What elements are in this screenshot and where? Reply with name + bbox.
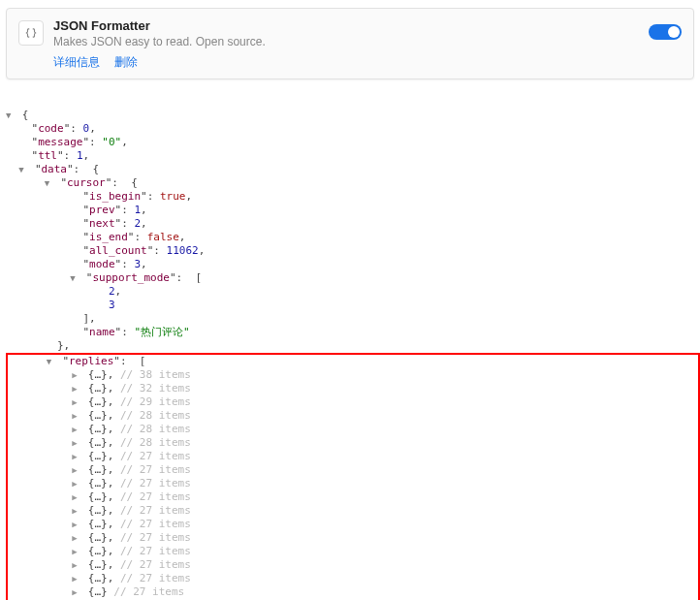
expand-icon[interactable] (72, 463, 81, 477)
enable-toggle[interactable] (649, 24, 682, 40)
expand-icon[interactable] (72, 504, 81, 518)
key-support-mode: support_mode (92, 271, 169, 284)
reply-row: {…}, // 28 items (8, 436, 698, 450)
reply-row: {…}, // 27 items (8, 463, 698, 477)
collapsed-object[interactable]: {…} (88, 518, 108, 530)
collapsed-object[interactable]: {…} (88, 450, 108, 462)
collapsed-object[interactable]: {…} (88, 504, 108, 517)
item-count-comment: // 27 items (120, 518, 191, 530)
reply-row: {…}, // 29 items (8, 395, 698, 409)
collapsed-object[interactable]: {…} (88, 382, 108, 395)
val-name: "热门评论" (134, 326, 189, 338)
item-count-comment: // 27 items (120, 531, 191, 544)
item-count-comment: // 27 items (120, 572, 191, 584)
expand-icon[interactable] (72, 558, 81, 572)
reply-row: {…}, // 28 items (8, 423, 698, 436)
expand-icon[interactable] (72, 395, 81, 409)
collapse-icon[interactable] (70, 271, 80, 285)
collapsed-object[interactable]: {…} (88, 585, 108, 598)
reply-row: {…}, // 27 items (8, 531, 698, 545)
val-ttl: 1 (77, 149, 83, 162)
expand-icon[interactable] (72, 585, 81, 599)
key-is-end: is_end (89, 231, 128, 243)
reply-row: {…}, // 27 items (8, 504, 698, 518)
reply-row: {…}, // 32 items (8, 382, 698, 395)
key-message: message (38, 136, 82, 148)
reply-row: {…}, // 27 items (8, 545, 698, 558)
collapsed-object[interactable]: {…} (88, 545, 108, 557)
reply-row: {…}, // 28 items (8, 409, 698, 423)
collapsed-object[interactable]: {…} (88, 436, 108, 449)
key-is-begin: is_begin (89, 190, 141, 203)
collapse-icon[interactable] (18, 163, 28, 176)
extension-body: JSON Formatter Makes JSON easy to read. … (53, 18, 649, 71)
item-count-comment: // 28 items (120, 436, 191, 449)
item-count-comment: // 27 items (113, 585, 184, 598)
collapsed-object[interactable]: {…} (88, 368, 108, 381)
expand-icon[interactable] (72, 436, 81, 450)
item-count-comment: // 27 items (120, 450, 191, 462)
reply-row: {…}, // 27 items (8, 558, 698, 572)
reply-row: {…}, // 27 items (8, 477, 698, 490)
item-count-comment: // 27 items (120, 463, 191, 476)
item-count-comment: // 28 items (120, 409, 191, 422)
key-mode: mode (89, 258, 115, 270)
expand-icon[interactable] (72, 490, 81, 504)
collapsed-object[interactable]: {…} (88, 423, 108, 435)
expand-icon[interactable] (72, 409, 81, 423)
collapsed-object[interactable]: {…} (88, 572, 108, 584)
collapse-icon[interactable] (47, 355, 56, 368)
key-data: data (42, 163, 68, 175)
extension-card: JSON Formatter Makes JSON easy to read. … (6, 8, 694, 79)
collapsed-object[interactable]: {…} (88, 477, 108, 489)
key-all-count: all_count (89, 244, 147, 257)
item-count-comment: // 28 items (120, 423, 191, 435)
replies-highlight: "replies": [ {…}, // 38 items {…}, // 32… (6, 353, 700, 600)
key-prev: prev (89, 204, 115, 216)
key-cursor: cursor (67, 176, 106, 189)
collapsed-object[interactable]: {…} (88, 531, 108, 544)
collapsed-object[interactable]: {…} (88, 395, 108, 408)
key-name: name (89, 326, 115, 338)
details-link[interactable]: 详细信息 (53, 55, 100, 69)
key-next: next (89, 217, 115, 230)
reply-row: {…}, // 38 items (8, 368, 698, 382)
collapsed-object[interactable]: {…} (88, 558, 108, 571)
reply-row: {…}, // 27 items (8, 450, 698, 463)
reply-row: {…}, // 27 items (8, 518, 698, 531)
remove-link[interactable]: 删除 (114, 55, 138, 69)
extension-description: Makes JSON easy to read. Open source. (53, 35, 649, 48)
item-count-comment: // 27 items (120, 477, 191, 489)
key-code: code (38, 122, 64, 135)
val-is-end: false (147, 231, 179, 243)
expand-icon[interactable] (72, 450, 81, 463)
val-is-begin: true (160, 190, 186, 203)
collapsed-object[interactable]: {…} (88, 463, 108, 476)
json-tree: { "code": 0, "message": "0", "ttl": 1, "… (6, 109, 700, 600)
item-count-comment: // 27 items (120, 504, 191, 517)
expand-icon[interactable] (72, 423, 81, 436)
expand-icon[interactable] (72, 368, 81, 382)
val-all-count: 11062 (167, 244, 199, 257)
extension-title: JSON Formatter (53, 18, 649, 33)
collapse-icon[interactable] (45, 176, 54, 190)
extension-links: 详细信息 删除 (53, 54, 649, 71)
val-message: "0" (102, 136, 121, 148)
val-support-mode-0: 2 (109, 285, 115, 298)
expand-icon[interactable] (72, 572, 81, 585)
expand-icon[interactable] (72, 477, 81, 490)
collapsed-object[interactable]: {…} (88, 490, 108, 503)
expand-icon[interactable] (72, 382, 81, 395)
collapsed-object[interactable]: {…} (88, 409, 108, 422)
reply-row: {…}, // 27 items (8, 572, 698, 585)
key-replies: replies (69, 355, 113, 367)
reply-row: {…}, // 27 items (8, 490, 698, 504)
expand-icon[interactable] (72, 531, 81, 545)
item-count-comment: // 27 items (120, 490, 191, 503)
expand-icon[interactable] (72, 518, 81, 531)
collapse-icon[interactable] (6, 109, 16, 122)
json-icon (18, 20, 44, 46)
item-count-comment: // 27 items (120, 558, 191, 571)
item-count-comment: // 29 items (120, 395, 191, 408)
expand-icon[interactable] (72, 545, 81, 558)
